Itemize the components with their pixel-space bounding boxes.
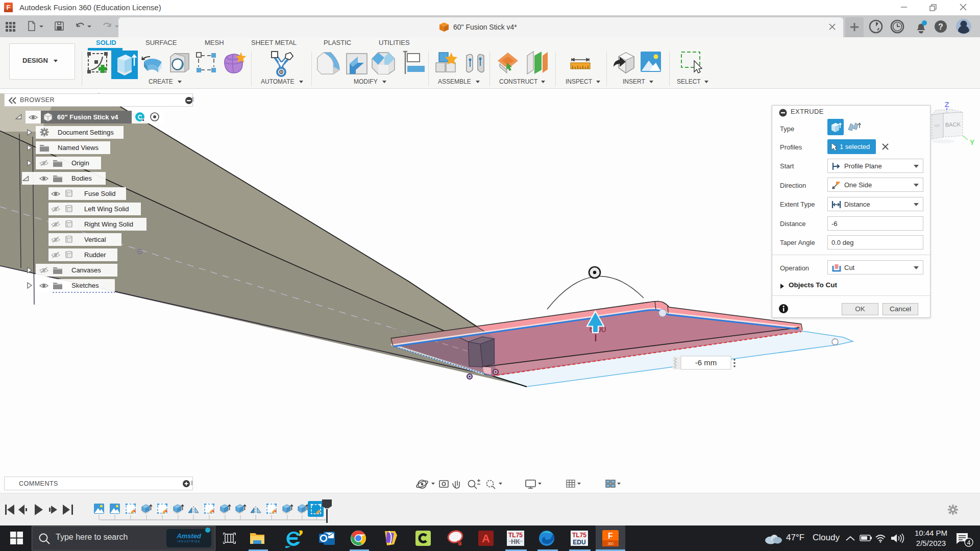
svg-text:BACK: BACK	[945, 121, 961, 128]
svg-text:A: A	[482, 532, 490, 545]
svg-text:F: F	[7, 4, 11, 11]
svg-text:TL75: TL75	[572, 532, 586, 539]
svg-text:HK: HK	[511, 538, 520, 545]
svg-text:TL75: TL75	[508, 532, 523, 539]
svg-text:?: ?	[938, 22, 943, 31]
svg-text:Y: Y	[970, 138, 975, 146]
svg-text:C: C	[138, 114, 142, 121]
svg-text:HT: HT	[935, 123, 940, 128]
svg-text:-6 mm: -6 mm	[695, 358, 717, 367]
svg-text:360: 360	[607, 542, 614, 545]
svg-text:F: F	[608, 532, 613, 540]
svg-text:EDU: EDU	[573, 539, 585, 546]
svg-text:Z: Z	[944, 100, 949, 109]
svg-text:4: 4	[967, 539, 971, 546]
